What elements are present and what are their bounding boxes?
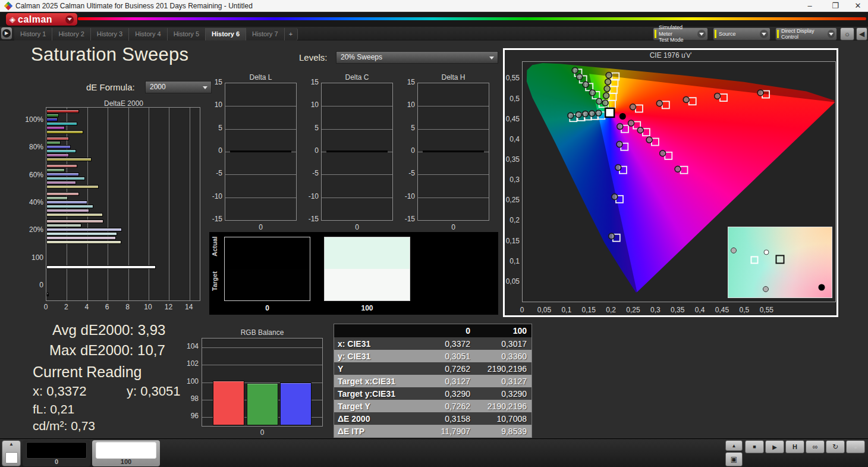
de-formula-select[interactable]: DeltaE 2000 2000 [145, 81, 212, 93]
loop-button[interactable]: ∞ [806, 440, 825, 453]
tab-history-6[interactable]: History 6 [206, 28, 246, 40]
gridline [418, 106, 489, 106]
y-tick-label: 5 [206, 124, 222, 132]
table-cell: 0,3360 [478, 352, 529, 361]
calman-menu-button[interactable]: ◈ calman [6, 13, 77, 26]
display-control-dropdown[interactable]: Direct Display Control [775, 27, 837, 40]
gridline [128, 108, 129, 300]
close-button[interactable]: ✕ [848, 0, 868, 12]
pattern-window-button[interactable]: ▣ [725, 452, 743, 466]
tab-history-5[interactable]: History 5 [168, 28, 206, 40]
deltae-chart [46, 107, 200, 301]
group-label: 0 [24, 281, 43, 289]
table-header-cell: 0 [421, 324, 478, 337]
patch-100 [324, 237, 410, 301]
record-button[interactable]: ● [846, 440, 865, 453]
cie-measured-green [572, 67, 578, 73]
deltae-bar-60%-magenta [46, 181, 76, 184]
cie-measured-blue [617, 124, 623, 130]
cie-target-red [662, 101, 669, 108]
tab-history-7[interactable]: History 7 [246, 28, 284, 40]
x-tick-label: 0 [355, 223, 359, 231]
inset-marker-circle-gray [731, 247, 737, 253]
table-cell: 0,3127 [421, 377, 478, 386]
refresh-button[interactable]: ↻ [826, 440, 845, 453]
levels-select[interactable]: 20% Sweeps [336, 51, 498, 64]
y-tick-label: -5 [302, 169, 319, 177]
cie-y-tick: 0,45 [505, 115, 520, 123]
x-tick-label: 8 [125, 303, 130, 311]
cie-x-tick: 0,5 [740, 306, 750, 314]
gridline [225, 198, 296, 198]
pattern-selector-button[interactable]: ▲ [2, 440, 21, 466]
table-header-cell [334, 324, 421, 337]
cie-y-tick: 0,15 [505, 237, 520, 245]
y-tick-label: 96 [182, 412, 199, 420]
target-row-label: Target [210, 283, 219, 290]
tab-history-2[interactable]: History 2 [52, 28, 90, 40]
tab-history-4[interactable]: History 4 [129, 28, 167, 40]
delta_h-title: Delta H [441, 73, 465, 82]
rgb-balance-chart [202, 338, 323, 427]
table-cell: y: CIE31 [334, 352, 421, 361]
white-pattern-icon [5, 452, 18, 463]
y-tick-label: 15 [302, 78, 319, 86]
de-formula-label: dE Formula: [86, 82, 135, 92]
y-tick-label: 0 [302, 146, 319, 155]
minimize-button[interactable]: – [800, 0, 820, 12]
table-header-row: 0100 [334, 324, 532, 337]
table-row: ΔE ITP11,79079,8539 [334, 425, 532, 437]
window-size-button[interactable]: H [785, 440, 804, 453]
play-button[interactable]: ▶ [765, 440, 784, 453]
tab-history-3[interactable]: History 3 [91, 28, 129, 40]
tab-history-1[interactable]: History 1 [14, 28, 52, 40]
cie-measured-blue [609, 233, 615, 239]
table-cell: 0,7262 [421, 364, 478, 374]
source-dropdown[interactable]: Source [713, 27, 770, 40]
patch-label: 100 [361, 304, 373, 312]
maximize-button[interactable]: ❐ [825, 0, 845, 12]
window-title: Calman 2025 Calman Ultimate for Business… [15, 2, 253, 10]
cie-panel: CIE 1976 u'v' 00,050,10,150,20,250,30,35… [503, 48, 838, 317]
max-de2000: Max dE2000: 10,7 [49, 342, 165, 359]
delta_l-title: Delta L [249, 73, 272, 82]
deltae-bar-60%-blue [46, 173, 79, 176]
collapse-panel-button[interactable]: ◀ [856, 27, 867, 40]
settings-button[interactable]: ☼ [840, 27, 854, 40]
swatch-color [96, 442, 156, 459]
cie-y-tick: 0,55 [505, 74, 520, 82]
level-swatch-100[interactable]: 100 [92, 440, 160, 466]
stop-button[interactable]: ■ [745, 440, 764, 453]
delta_h-chart [417, 83, 489, 221]
add-tab-button[interactable]: + [285, 28, 298, 40]
tab-scroll-button[interactable]: ▶ [1, 27, 12, 39]
meter-accent [655, 30, 656, 38]
y-tick-label: -5 [206, 169, 222, 177]
cie-measured-cyan [596, 110, 602, 116]
gridline [202, 365, 322, 365]
cie-measured-yellow [605, 79, 611, 85]
cie-measured-cyan [583, 111, 589, 117]
table-cell: 0,3290 [421, 389, 478, 399]
cie-plot [522, 61, 836, 302]
cie-measured-green [596, 98, 602, 104]
x-tick-label: 10 [144, 303, 152, 311]
calman-menu-dropdown[interactable] [65, 15, 74, 24]
pattern-up-button[interactable]: ▲ [725, 440, 743, 451]
table-row: Y0,72622190,2196 [334, 362, 532, 375]
y-tick-label: 104 [182, 342, 199, 350]
cie-measured-yellow [602, 100, 608, 106]
y-tick-label: 0 [206, 146, 222, 155]
resize-icon: H [792, 443, 797, 450]
cie-x-tick: 0,1 [561, 306, 571, 314]
x-tick-label: 14 [185, 303, 193, 311]
gridline [418, 129, 489, 130]
rgb-bar-blue [280, 383, 312, 426]
cie-target-yellow [608, 101, 615, 108]
deltae-bar-20%-blue [46, 228, 122, 231]
meter-dropdown[interactable]: Simulated MeterTest Mode [653, 27, 708, 40]
level-swatch-0[interactable]: 0 [23, 440, 90, 466]
gridline [225, 129, 296, 130]
cie-measured-red [656, 101, 662, 106]
deltae-bar-60%-green [46, 168, 65, 172]
